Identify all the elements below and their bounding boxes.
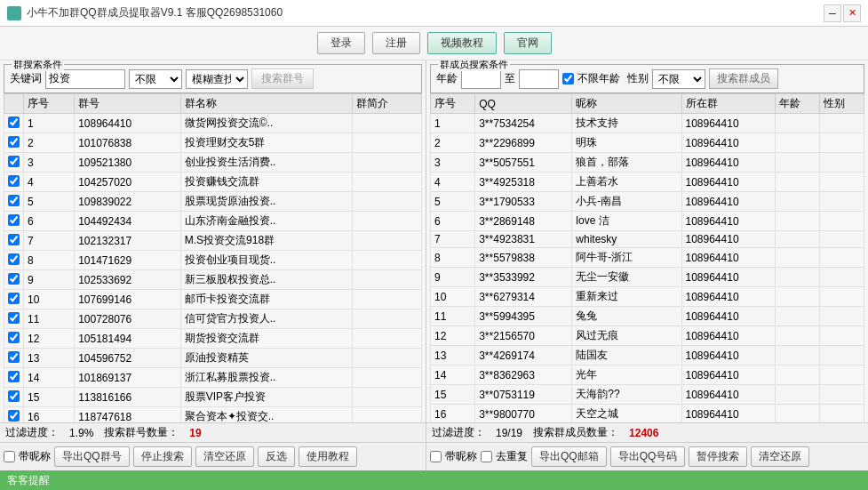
table-row: 16 3**9800770 天空之城 108964410 — [431, 405, 864, 423]
official-site-button[interactable]: 官网 — [504, 32, 552, 54]
pause-search-button[interactable]: 暂停搜索 — [689, 446, 747, 467]
search-member-button[interactable]: 搜索群成员 — [709, 68, 778, 89]
search-group-button[interactable]: 搜索群号 — [251, 68, 314, 89]
table-row: 10 107699146 邮币卡投资交流群 — [4, 290, 422, 309]
row-checkbox-cell[interactable] — [4, 290, 24, 309]
deduplicate-label: 去重复 — [496, 449, 528, 464]
col-group-id: 群号 — [75, 94, 181, 114]
minimize-button[interactable]: ─ — [824, 4, 841, 22]
row-checkbox-cell[interactable] — [4, 388, 24, 407]
row-checkbox[interactable] — [8, 214, 20, 226]
no-age-limit-checkbox[interactable] — [562, 73, 574, 84]
row-group-desc — [353, 329, 422, 349]
row-group-desc — [353, 290, 422, 309]
table-row: 3 109521380 创业投资生活消费.. — [4, 153, 422, 173]
row-checkbox[interactable] — [8, 116, 20, 128]
table-row: 15 113816166 股票VIP客户投资 — [4, 388, 422, 407]
row-checkbox[interactable] — [8, 332, 20, 343]
age-from-input[interactable] — [461, 69, 501, 89]
mrow-nickname: whitesky — [572, 231, 681, 248]
row-group-id: 109839022 — [75, 192, 181, 212]
mrow-seq: 3 — [431, 153, 475, 173]
mrow-gender — [819, 212, 864, 231]
row-checkbox-cell[interactable] — [4, 270, 24, 290]
export-qq-code-button[interactable]: 导出QQ号码 — [610, 446, 686, 467]
export-qq-group-button[interactable]: 导出QQ群号 — [54, 446, 130, 467]
row-checkbox-cell[interactable] — [4, 114, 24, 133]
row-checkbox[interactable] — [8, 293, 20, 304]
row-checkbox[interactable] — [8, 312, 20, 324]
row-checkbox-cell[interactable] — [4, 407, 24, 423]
mrow-nickname: 陆国友 — [572, 346, 681, 365]
register-button[interactable]: 注册 — [372, 32, 420, 54]
row-checkbox-cell[interactable] — [4, 309, 24, 329]
row-checkbox[interactable] — [8, 351, 20, 363]
mrow-group: 108964410 — [681, 346, 775, 365]
table-row: 9 3**3533992 无尘一安徽 108964410 — [431, 268, 864, 287]
reverse-select-button[interactable]: 反选 — [258, 446, 295, 467]
mrow-group: 108964410 — [681, 326, 775, 346]
gender-select[interactable]: 不限 — [652, 69, 705, 89]
age-to-input[interactable] — [519, 69, 559, 89]
nickname-checkbox-left[interactable] — [4, 451, 15, 462]
row-checkbox-cell[interactable] — [4, 153, 24, 173]
row-group-name: 微货网投资交流©.. — [180, 114, 352, 133]
clear-restore-button-right[interactable]: 清空还原 — [751, 446, 809, 467]
login-button[interactable]: 登录 — [317, 32, 365, 54]
table-row: 4 3**4925318 上善若水 108964410 — [431, 173, 864, 192]
table-row: 7 102132317 M.S投资交流918群 — [4, 231, 422, 251]
mrow-gender — [819, 268, 864, 287]
row-checkbox[interactable] — [8, 410, 20, 422]
nickname-checkbox-right[interactable] — [430, 451, 442, 462]
mrow-gender — [819, 287, 864, 307]
row-seq: 14 — [24, 368, 75, 388]
clear-restore-button-left[interactable]: 清空还原 — [195, 446, 254, 467]
close-button[interactable]: ✕ — [843, 4, 861, 22]
mrow-age — [775, 173, 819, 192]
row-group-desc — [353, 133, 422, 153]
row-checkbox[interactable] — [8, 156, 20, 167]
search-mode-select[interactable]: 模糊查找 — [186, 69, 248, 89]
mrow-seq: 9 — [431, 268, 475, 287]
row-seq: 7 — [24, 231, 75, 251]
row-checkbox[interactable] — [8, 234, 20, 245]
mrow-nickname: 小兵-南昌 — [572, 192, 681, 212]
row-checkbox-cell[interactable] — [4, 368, 24, 388]
title-bar: 小牛不加群QQ群成员提取器V9.1 客服QQ2698531060 ─ ✕ — [0, 0, 868, 27]
mrow-gender — [819, 405, 864, 423]
limit-select[interactable]: 不限 — [129, 69, 182, 89]
stop-search-button[interactable]: 停止搜索 — [133, 446, 192, 467]
mrow-nickname: 风过无痕 — [572, 326, 681, 346]
row-checkbox-cell[interactable] — [4, 329, 24, 349]
row-checkbox-cell[interactable] — [4, 349, 24, 368]
row-checkbox[interactable] — [8, 195, 20, 206]
right-filter-value: 19/19 — [496, 427, 522, 439]
keyword-input[interactable] — [45, 69, 125, 89]
row-checkbox[interactable] — [8, 175, 20, 187]
row-checkbox-cell[interactable] — [4, 133, 24, 153]
row-group-desc — [353, 368, 422, 388]
row-checkbox[interactable] — [8, 371, 20, 382]
row-group-name: 投资赚钱交流群 — [180, 173, 352, 192]
mrow-seq: 10 — [431, 287, 475, 307]
row-checkbox-cell[interactable] — [4, 251, 24, 270]
row-checkbox-cell[interactable] — [4, 231, 24, 251]
mrow-qq: 3**4923831 — [475, 231, 572, 248]
row-group-id: 107699146 — [75, 290, 181, 309]
row-checkbox-cell[interactable] — [4, 192, 24, 212]
row-checkbox[interactable] — [8, 273, 20, 285]
col-group-name: 群名称 — [180, 94, 352, 114]
row-group-id: 101471629 — [75, 251, 181, 270]
row-checkbox-cell[interactable] — [4, 173, 24, 192]
filter-progress-value: 1.9% — [69, 427, 93, 439]
row-group-name: 新三板股权投资总.. — [180, 270, 352, 290]
row-checkbox[interactable] — [8, 253, 20, 265]
export-qq-email-button[interactable]: 导出QQ邮箱 — [531, 446, 607, 467]
row-checkbox[interactable] — [8, 390, 20, 402]
row-checkbox[interactable] — [8, 136, 20, 148]
row-group-name: 股票VIP客户投资 — [180, 388, 352, 407]
use-tutorial-button[interactable]: 使用教程 — [299, 446, 357, 467]
video-tutorial-button[interactable]: 视频教程 — [427, 32, 497, 54]
row-checkbox-cell[interactable] — [4, 212, 24, 231]
deduplicate-checkbox[interactable] — [481, 451, 492, 462]
